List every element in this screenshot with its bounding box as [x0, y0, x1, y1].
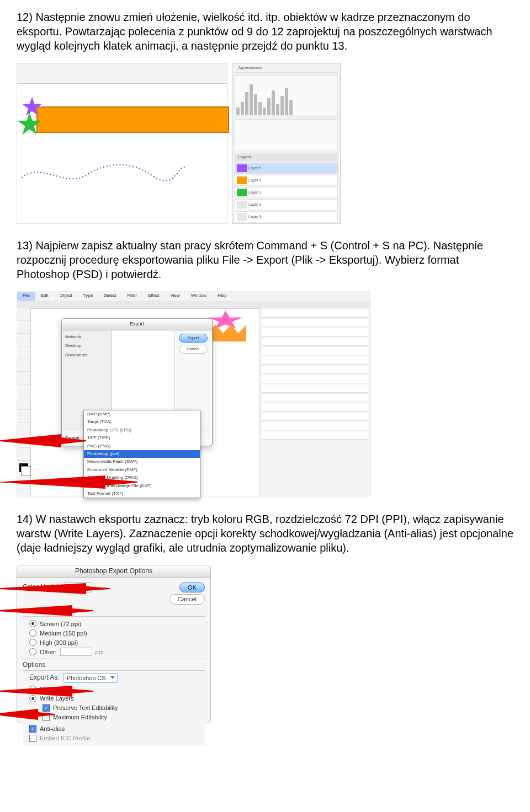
format-option[interactable]: Macromedia Flash (SWF): [84, 458, 200, 466]
sidebar-documents[interactable]: Documents: [62, 351, 112, 360]
layer-row: Layer 3: [235, 187, 338, 198]
red-arrow-write-layers: [0, 685, 94, 698]
sidebar-desktop[interactable]: Desktop: [62, 341, 112, 350]
red-arrow-anti-alias: [0, 708, 56, 721]
step-14-text: 14) W nastawch eksportu zaznacz: tryb ko…: [17, 512, 513, 555]
format-option[interactable]: Enhanced Metafile (EMF): [84, 466, 200, 474]
resolution-group: Screen (72 ppi) Medium (150 ppi) High (3…: [23, 616, 205, 659]
format-option[interactable]: Text Format (TXT): [84, 490, 200, 498]
cancel-button[interactable]: Cancel: [169, 594, 205, 604]
menu-help[interactable]: Help: [212, 292, 232, 301]
menu-edit[interactable]: Edit: [35, 292, 54, 301]
options-section-label: Options: [23, 661, 210, 670]
menu-object[interactable]: Object: [54, 292, 78, 301]
layer-row: Layer 4: [235, 175, 338, 186]
figure-2-export-dialog: File Edit Object Type Select Filter Effe…: [17, 291, 513, 496]
step-13-text: 13) Najpierw zapisz aktualny stan pracy …: [17, 238, 513, 281]
export-as-select[interactable]: Photoshop CS: [63, 673, 118, 683]
orange-rectangle: [36, 106, 229, 133]
format-option[interactable]: BMP (BMP): [84, 410, 200, 418]
figure-3-photoshop-export-options: Photoshop Export Options Color Model: RG…: [17, 565, 513, 723]
other-ppi-input[interactable]: [60, 648, 92, 656]
svg-marker-1: [0, 476, 137, 489]
menu-select[interactable]: Select: [98, 292, 121, 301]
radio-screen-72[interactable]: Screen (72 ppi): [29, 619, 203, 628]
text-on-path-wave: [20, 158, 186, 186]
checkbox-anti-alias[interactable]: Anti-alias: [29, 722, 203, 734]
red-arrow-resolution: [0, 604, 94, 617]
radio-high-300[interactable]: High (300 ppi): [29, 638, 203, 647]
red-arrow-1: [0, 432, 89, 449]
format-option[interactable]: TIFF (TIFF): [84, 434, 200, 442]
menu-filter[interactable]: Filter: [121, 292, 142, 301]
canvas-area: [17, 63, 227, 224]
cancel-button[interactable]: Cancel: [179, 345, 208, 354]
svg-marker-0: [0, 434, 86, 447]
mini-histogram: [235, 75, 338, 117]
format-option[interactable]: Targa (TGA): [84, 418, 200, 426]
red-arrow-color-model: [0, 582, 111, 595]
menu-bar: File Edit Object Type Select Filter Effe…: [17, 292, 370, 301]
figure-1-illustrator-workspace: Appearance Layers Layer 5 Layer 4 Layer …: [17, 63, 513, 223]
right-panels: [259, 308, 370, 496]
radio-medium-150[interactable]: Medium (150 ppi): [29, 628, 203, 638]
options-dialog-title: Photoshop Export Options: [17, 565, 210, 578]
svg-marker-4: [0, 686, 93, 697]
menu-window[interactable]: Window: [186, 292, 212, 301]
export-button[interactable]: Export: [179, 334, 208, 343]
ok-button[interactable]: OK: [179, 583, 205, 592]
right-panels: Appearance Layers Layer 5 Layer 4 Layer …: [232, 63, 341, 224]
panel-appearance: Appearance: [235, 65, 262, 71]
step-12-text: 12) Następnie znowu zmień ułożenie, wiel…: [17, 10, 513, 53]
color-panel: [235, 119, 338, 151]
format-option[interactable]: Photoshop EPS (EPS): [84, 426, 200, 434]
menu-file[interactable]: File: [17, 292, 35, 301]
format-option[interactable]: PNG (PNG): [84, 442, 200, 450]
format-option-selected[interactable]: Photoshop (psd): [84, 450, 200, 458]
export-as-label: Export As:: [29, 674, 60, 682]
svg-marker-3: [0, 605, 93, 616]
radio-other[interactable]: Other: ppi: [29, 647, 203, 656]
orange-wave: [208, 325, 246, 341]
ribbon: [17, 301, 370, 309]
checkbox-embed-icc[interactable]: Embed ICC Profile:: [29, 734, 203, 743]
menu-type[interactable]: Type: [78, 292, 98, 301]
top-toolbar: [17, 63, 227, 84]
menu-view[interactable]: View: [165, 292, 185, 301]
dialog-title: Export: [62, 319, 212, 330]
sidebar-network[interactable]: Network: [62, 333, 112, 341]
red-arrow-2: [0, 474, 139, 490]
menu-effect[interactable]: Effect: [142, 292, 165, 301]
layer-row: Layer 2: [235, 199, 338, 210]
layer-row: Layer 1: [235, 211, 338, 222]
layer-row: Layer 5: [235, 163, 338, 174]
layers-panel-header: Layers: [235, 153, 338, 162]
svg-marker-5: [0, 709, 55, 720]
svg-marker-2: [0, 583, 110, 594]
